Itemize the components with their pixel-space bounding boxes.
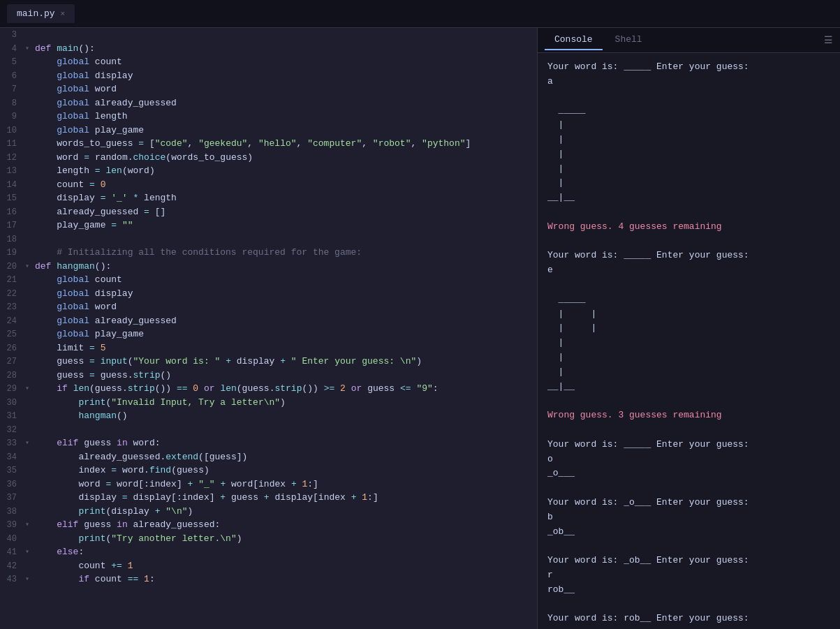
line-number: 20	[0, 260, 25, 273]
code-line-35: 35 index = word.find(guess)	[0, 464, 537, 478]
code-line-3: 3	[0, 28, 537, 42]
line-content: global length	[35, 110, 537, 124]
fold-arrow	[25, 341, 35, 343]
line-content: print("Try another letter.\n")	[35, 532, 537, 546]
console-line	[547, 539, 830, 554]
line-content: else:	[35, 545, 537, 559]
line-content: if len(guess.strip()) == 0 or len(guess.…	[35, 382, 537, 396]
line-content: global word	[35, 300, 537, 314]
console-line: _o___	[547, 466, 830, 481]
fold-arrow[interactable]: ▾	[25, 572, 35, 584]
code-line-32: 32	[0, 423, 537, 437]
line-number: 40	[0, 532, 25, 545]
line-content	[35, 423, 537, 437]
fold-arrow[interactable]: ▾	[25, 436, 35, 448]
console-line: Your word is: _____ Enter your guess:	[547, 60, 830, 75]
fold-arrow	[25, 137, 35, 138]
fold-arrow	[25, 423, 35, 424]
line-content: global already_guessed	[35, 96, 537, 110]
console-line: Your word is: rob__ Enter your guess:	[547, 612, 830, 626]
line-number: 16	[0, 205, 25, 219]
console-line	[547, 423, 830, 438]
code-line-14: 14 count = 0	[0, 178, 537, 192]
line-content: words_to_guess = ["code", "geekedu", "he…	[35, 137, 537, 151]
line-content: global display	[35, 287, 537, 301]
fold-arrow	[25, 28, 35, 29]
fold-arrow	[25, 219, 35, 220]
line-content: global count	[35, 55, 537, 69]
console-line	[547, 481, 830, 496]
console-line: o	[547, 626, 830, 629]
fold-arrow	[25, 491, 35, 492]
line-content: count = 0	[35, 178, 537, 192]
line-content: guess = input("Your word is: " + display…	[35, 355, 537, 369]
fold-arrow	[25, 450, 35, 452]
fold-arrow	[25, 82, 35, 84]
line-number: 4	[0, 42, 25, 55]
main-tab[interactable]: main.py ×	[7, 4, 75, 23]
line-content: index = word.find(guess)	[35, 464, 537, 478]
line-number: 6	[0, 69, 25, 82]
line-number: 28	[0, 369, 25, 382]
fold-arrow	[25, 55, 35, 57]
console-line: e	[547, 263, 830, 278]
tab-close[interactable]: ×	[61, 10, 66, 18]
code-line-7: 7 global word	[0, 82, 537, 96]
line-number: 10	[0, 124, 25, 137]
line-content: global count	[35, 273, 537, 287]
code-line-42: 42 count += 1	[0, 559, 537, 573]
fold-arrow[interactable]: ▾	[25, 42, 35, 54]
console-output[interactable]: Your word is: _____ Enter your guess:a _…	[538, 53, 840, 629]
code-panel[interactable]: 3 4▾def main():5 global count6 global di…	[0, 28, 538, 629]
fold-arrow[interactable]: ▾	[25, 545, 35, 557]
line-number: 3	[0, 28, 25, 41]
line-content: display = display[:index] + guess + disp…	[35, 491, 537, 505]
code-line-20: 20▾def hangman():	[0, 260, 537, 274]
line-content: def main():	[35, 42, 537, 56]
console-line: rob__	[547, 583, 830, 598]
console-line: |	[547, 162, 830, 177]
fold-arrow[interactable]: ▾	[25, 260, 35, 272]
panel-tools: ☰	[824, 34, 833, 46]
fold-arrow	[25, 355, 35, 356]
console-line: r	[547, 568, 830, 583]
line-content: def hangman():	[35, 260, 537, 274]
fold-arrow[interactable]: ▾	[25, 518, 35, 530]
code-line-13: 13 length = len(word)	[0, 164, 537, 178]
fold-arrow[interactable]: ▾	[25, 382, 35, 394]
fold-arrow	[25, 110, 35, 111]
line-number: 24	[0, 314, 25, 327]
line-number: 17	[0, 219, 25, 232]
code-line-31: 31 hangman()	[0, 409, 537, 423]
code-line-8: 8 global already_guessed	[0, 96, 537, 110]
code-line-29: 29▾ if len(guess.strip()) == 0 or len(gu…	[0, 382, 537, 396]
console-line: Wrong guess. 3 guesses remaining	[547, 408, 830, 423]
console-line: _____	[547, 103, 830, 118]
tab-console[interactable]: Console	[545, 30, 603, 50]
fold-arrow	[25, 287, 35, 288]
line-content: word = word[:index] + "_" + word[index +…	[35, 478, 537, 491]
console-line: Your word is: _o___ Enter your guess:	[547, 496, 830, 510]
line-number: 33	[0, 436, 25, 450]
line-content: word = random.choice(words_to_guess)	[35, 151, 537, 165]
console-line: b	[547, 510, 830, 525]
line-number: 12	[0, 151, 25, 164]
line-content: global already_guessed	[35, 314, 537, 328]
tab-shell[interactable]: Shell	[605, 30, 652, 50]
console-line: |	[547, 133, 830, 147]
code-line-5: 5 global count	[0, 55, 537, 69]
fold-arrow	[25, 178, 35, 179]
fold-arrow	[25, 96, 35, 98]
line-number: 34	[0, 450, 25, 464]
code-line-37: 37 display = display[:index] + guess + d…	[0, 491, 537, 505]
hamburger-icon[interactable]: ☰	[824, 34, 833, 46]
console-line: _____	[547, 293, 830, 307]
console-line: Your word is: _ob__ Enter your guess:	[547, 554, 830, 568]
line-content: global play_game	[35, 124, 537, 138]
code-lines: 3 4▾def main():5 global count6 global di…	[0, 28, 537, 586]
line-number: 26	[0, 341, 25, 355]
console-line: |	[547, 350, 830, 365]
code-line-17: 17 play_game = ""	[0, 219, 537, 232]
code-line-9: 9 global length	[0, 110, 537, 124]
code-line-6: 6 global display	[0, 69, 537, 83]
